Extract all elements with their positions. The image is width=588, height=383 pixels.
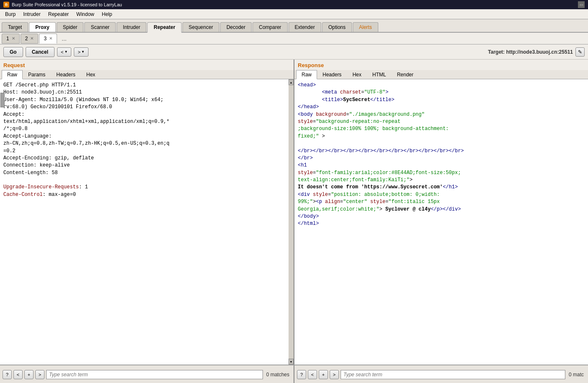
- repeater-tab-bar: 1 ✕ 2 ✕ 3 ✕ ...: [0, 33, 588, 44]
- repeater-tab-1[interactable]: 1 ✕: [2, 34, 20, 44]
- nav-next-button[interactable]: > ▼: [74, 47, 88, 57]
- repeater-tab-2[interactable]: 2 ✕: [21, 34, 39, 44]
- target-info: Target: http://node3.buuoj.cn:25511: [488, 49, 573, 55]
- content-area: Request Raw Params Headers Hex GET /Secr…: [0, 60, 588, 365]
- main-tab-bar: Target Proxy Spider Scanner Intruder Rep…: [0, 19, 588, 33]
- close-tab-1-icon[interactable]: ✕: [12, 36, 15, 41]
- tab-spider[interactable]: Spider: [57, 22, 84, 32]
- tab-extender[interactable]: Extender: [289, 22, 321, 32]
- go-button[interactable]: Go: [3, 47, 23, 57]
- request-search-help-button[interactable]: ?: [3, 370, 12, 379]
- tab-decoder[interactable]: Decoder: [220, 22, 252, 32]
- app-icon: B: [3, 2, 9, 8]
- tab-intruder[interactable]: Intruder: [117, 22, 146, 32]
- tab-options[interactable]: Options: [322, 22, 352, 32]
- request-tab-hex[interactable]: Hex: [81, 70, 101, 79]
- response-panel: Response Raw Headers Hex HTML Render <he…: [294, 60, 588, 365]
- request-search-prev-button[interactable]: <: [13, 370, 23, 379]
- response-tab-raw[interactable]: Raw: [296, 70, 317, 79]
- response-search-next-button[interactable]: >: [330, 370, 339, 379]
- response-tab-html[interactable]: HTML: [367, 70, 392, 79]
- scroll-up-button[interactable]: ▲: [289, 79, 294, 85]
- scroll-down-button[interactable]: ▼: [289, 359, 294, 365]
- close-tab-3-icon[interactable]: ✕: [49, 36, 52, 41]
- tab-target[interactable]: Target: [2, 22, 28, 32]
- response-tabs: Raw Headers Hex HTML Render: [294, 70, 588, 79]
- request-tab-params[interactable]: Params: [23, 70, 51, 79]
- edit-target-button[interactable]: ✎: [575, 47, 585, 57]
- request-matches-label: 0 matches: [265, 372, 291, 378]
- response-search-prev-button[interactable]: <: [308, 370, 317, 379]
- scroll-thumb[interactable]: [0, 93, 5, 107]
- request-tab-headers[interactable]: Headers: [51, 70, 81, 79]
- request-panel: Request Raw Params Headers Hex GET /Secr…: [0, 60, 294, 365]
- menu-burp[interactable]: Burp: [2, 10, 19, 18]
- request-search-next-button[interactable]: >: [35, 370, 44, 379]
- close-button[interactable]: ▭: [578, 1, 585, 8]
- response-search-add-button[interactable]: +: [319, 370, 328, 379]
- menu-window[interactable]: Window: [73, 10, 98, 18]
- menu-repeater[interactable]: Repeater: [45, 10, 72, 18]
- request-search-input[interactable]: [46, 370, 263, 379]
- request-scroll-container: GET /Secret.php HTTP/1.1 Host: node3.buu…: [0, 79, 294, 365]
- response-matches-label: 0 matc: [567, 372, 585, 378]
- request-title: Request: [0, 60, 294, 70]
- response-tab-hex[interactable]: Hex: [347, 70, 367, 79]
- tab-comparer[interactable]: Comparer: [252, 22, 287, 32]
- response-scroll-container: <head> <meta charset="UTF-8"> <title>Syc…: [294, 79, 588, 365]
- request-tabs: Raw Params Headers Hex: [0, 70, 294, 79]
- tab-repeater[interactable]: Repeater: [147, 22, 181, 33]
- response-search-input[interactable]: [341, 370, 565, 379]
- request-tab-raw[interactable]: Raw: [2, 70, 23, 79]
- response-content[interactable]: <head> <meta charset="UTF-8"> <title>Syc…: [294, 79, 588, 365]
- title-bar: B Burp Suite Professional v1.5.19 - lice…: [0, 0, 588, 9]
- request-content[interactable]: GET /Secret.php HTTP/1.1 Host: node3.buu…: [0, 79, 289, 365]
- close-tab-2-icon[interactable]: ✕: [30, 36, 34, 41]
- response-title: Response: [294, 60, 588, 70]
- search-bars: ? < + > 0 matches ? < + > 0 matc: [0, 365, 588, 383]
- response-search-help-button[interactable]: ?: [297, 370, 306, 379]
- cancel-button[interactable]: Cancel: [26, 47, 55, 57]
- add-tab-button[interactable]: ...: [58, 34, 70, 44]
- tab-scanner[interactable]: Scanner: [84, 22, 116, 32]
- response-tab-headers[interactable]: Headers: [317, 70, 347, 79]
- menu-help[interactable]: Help: [99, 10, 116, 18]
- tab-proxy[interactable]: Proxy: [29, 22, 55, 32]
- request-search-bar: ? < + > 0 matches: [0, 365, 294, 383]
- tab-sequencer[interactable]: Sequencer: [182, 22, 219, 32]
- repeater-toolbar: Go Cancel < ▼ > ▼ Target: http://node3.b…: [0, 44, 588, 60]
- repeater-tab-3[interactable]: 3 ✕: [39, 34, 57, 44]
- nav-prev-button[interactable]: < ▼: [57, 47, 71, 57]
- response-tab-render[interactable]: Render: [391, 70, 419, 79]
- request-scrollbar[interactable]: ▲ ▼: [289, 79, 294, 365]
- menu-bar: Burp Intruder Repeater Window Help: [0, 9, 588, 19]
- response-search-bar: ? < + > 0 matc: [294, 365, 588, 383]
- title-bar-text: Burp Suite Professional v1.5.19 - licens…: [12, 2, 122, 7]
- tab-alerts[interactable]: Alerts: [353, 22, 378, 32]
- menu-intruder[interactable]: Intruder: [20, 10, 44, 18]
- request-search-add-button[interactable]: +: [24, 370, 34, 379]
